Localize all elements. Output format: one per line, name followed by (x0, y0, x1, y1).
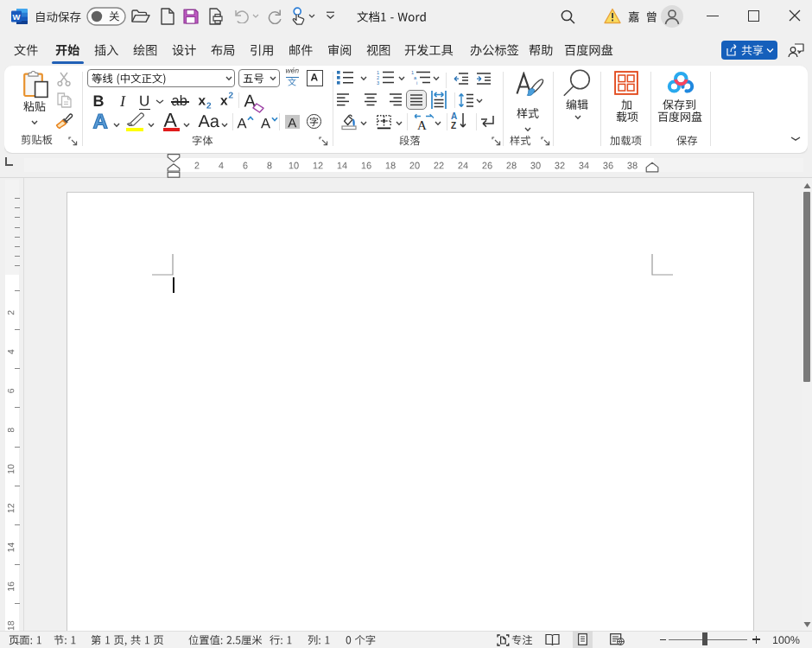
svg-text:A: A (451, 111, 457, 121)
svg-text:Z: Z (451, 121, 456, 130)
svg-text:i: i (416, 80, 417, 86)
svg-text:A: A (417, 118, 427, 130)
svg-text:W: W (13, 12, 21, 22)
svg-text:3: 3 (377, 80, 379, 86)
